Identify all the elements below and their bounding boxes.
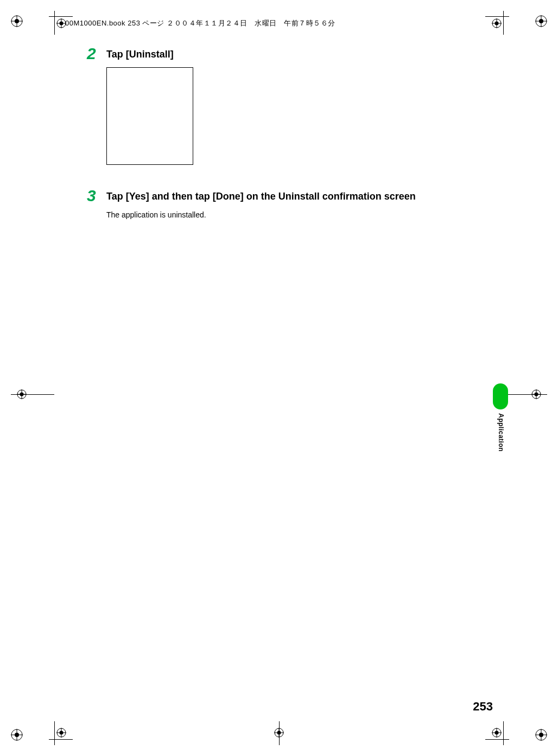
print-header-slug: 00M1000EN.book 253 ページ ２００４年１１月２４日 水曜日 午…	[65, 18, 335, 28]
section-tab	[493, 383, 508, 409]
crop-mark-icon	[485, 721, 509, 745]
screenshot-placeholder	[106, 67, 193, 165]
page-number: 253	[473, 700, 493, 714]
crop-mark-icon	[11, 388, 54, 400]
register-mark-icon	[535, 729, 547, 741]
step-number: 3	[87, 188, 106, 220]
step-title: Tap [Uninstall]	[106, 48, 482, 61]
step-2: 2 Tap [Uninstall]	[87, 48, 482, 180]
step-title: Tap [Yes] and then tap [Done] on the Uni…	[106, 190, 482, 203]
step-body-text: The application is uninstalled.	[106, 210, 482, 221]
step-3: 3 Tap [Yes] and then tap [Done] on the U…	[87, 190, 482, 220]
step-number: 2	[87, 46, 106, 180]
crop-mark-icon	[273, 721, 285, 745]
crop-mark-icon	[49, 721, 73, 745]
register-mark-icon	[11, 15, 23, 27]
register-mark-icon	[11, 729, 23, 741]
section-tab-label: Application	[497, 413, 505, 452]
crop-mark-icon	[504, 388, 547, 400]
register-mark-icon	[535, 15, 547, 27]
crop-mark-icon	[485, 11, 509, 35]
page-content: 2 Tap [Uninstall] 3 Tap [Yes] and then t…	[87, 48, 482, 230]
